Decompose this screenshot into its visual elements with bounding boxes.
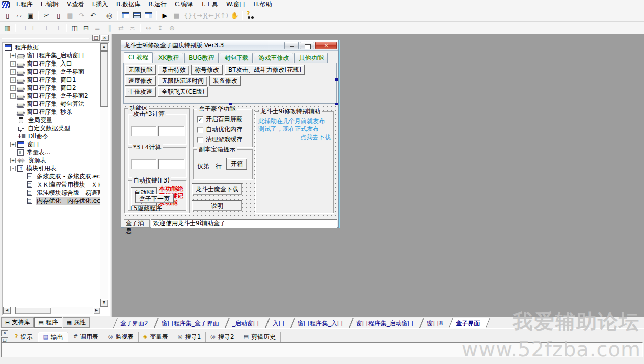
calc34-input-1[interactable] xyxy=(131,159,157,169)
menu-item[interactable]: V.查看 xyxy=(63,0,88,9)
output-tab[interactable]: ▤ 剪辑历史 xyxy=(239,332,281,342)
tree-item[interactable]: Dll命令 xyxy=(3,132,100,140)
scroll-left-icon[interactable]: ◀ xyxy=(3,307,11,314)
maximize-button[interactable] xyxy=(300,42,314,49)
output-tab[interactable]: ◎ 监视表 xyxy=(103,332,139,342)
attack-calc-input-1[interactable] xyxy=(131,126,157,136)
center-horizontal-icon[interactable]: ◫ xyxy=(69,23,80,33)
close-button[interactable]: ✕ xyxy=(315,42,337,49)
align-right-icon[interactable]: ⊢ xyxy=(29,23,41,33)
tree-item[interactable]: 窗口程序集_封包算法 xyxy=(3,100,100,108)
output-tab[interactable]: ◎ 搜寻1 xyxy=(173,332,206,342)
feature-button[interactable]: BT攻击、战斗力修改[花瓶] xyxy=(225,65,305,75)
panel-close-icon[interactable]: × xyxy=(101,35,109,41)
output-close-icon[interactable]: × xyxy=(1,330,8,336)
output-tab[interactable]: ◈ 变量表 xyxy=(139,332,173,342)
tree-horizontal-scrollbar[interactable]: ◀ ▶ xyxy=(3,307,100,314)
document-tab[interactable]: 窗口程序集_入口 xyxy=(292,317,352,328)
make-same-gap-icon[interactable]: ⇄ xyxy=(115,23,127,33)
find-icon[interactable]: ◎ xyxy=(103,10,115,21)
deluxe-checkbox-row[interactable]: 自动优化内存 xyxy=(197,126,251,133)
checkbox[interactable] xyxy=(197,127,203,133)
feature-button[interactable]: 装备修改 xyxy=(209,76,241,86)
tree-item[interactable]: 自定义数据类型 xyxy=(3,124,100,132)
tree-expander[interactable]: + xyxy=(10,53,16,58)
space-vertical-icon[interactable]: ∥ xyxy=(103,23,115,33)
align-top-icon[interactable]: ⊤ xyxy=(41,23,52,33)
form-tab[interactable]: 游戏王修改 xyxy=(254,53,293,63)
tree-item[interactable]: 多炫皮肤 - 多炫皮肤.ec xyxy=(3,172,100,180)
tree-item[interactable]: + 窗口 xyxy=(3,140,100,148)
output-tab[interactable]: # 调用表 xyxy=(69,332,103,342)
tree-item[interactable]: + 资源表 xyxy=(3,156,100,164)
menu-item[interactable]: T.工具 xyxy=(197,0,222,9)
stop-icon[interactable]: ■ xyxy=(171,10,182,21)
feature-button[interactable]: 十倍攻速 xyxy=(125,87,156,97)
output-content[interactable] xyxy=(1,342,643,357)
form-grid-icon[interactable]: ▦ xyxy=(2,23,13,33)
middle-icon[interactable]: ≍ xyxy=(127,23,138,33)
step-over-icon[interactable]: {→} xyxy=(194,10,205,21)
feature-button[interactable]: 暴击特效 xyxy=(158,65,189,75)
same-size-icon[interactable]: ⊕ xyxy=(166,23,178,33)
tree-expander[interactable]: + xyxy=(10,85,16,91)
new-icon[interactable]: ▯ xyxy=(2,10,13,21)
checkbox[interactable] xyxy=(197,137,203,143)
tree-item[interactable]: 混沌模块综合版 - 易语言混 xyxy=(3,189,100,197)
help-button[interactable]: 说明 xyxy=(192,200,242,211)
tree-expander[interactable]: + xyxy=(10,93,16,99)
output-tab[interactable]: ◎ 搜寻2 xyxy=(206,332,239,342)
tree-item[interactable]: + 窗口程序集_窗口2 xyxy=(3,84,100,92)
tree-expander[interactable]: + xyxy=(10,77,16,83)
document-tab[interactable]: _启动窗口 xyxy=(226,317,269,328)
same-width-icon[interactable]: ↔ xyxy=(143,23,154,33)
panel-tab[interactable]: ▤ 程序 xyxy=(34,317,62,328)
form-tab[interactable]: XK教程 xyxy=(154,53,183,63)
selection-handle[interactable] xyxy=(335,103,338,105)
tree-item[interactable]: + 窗口程序集_盒子界面2 xyxy=(3,92,100,100)
scrollbar-thumb[interactable] xyxy=(15,307,51,314)
scroll-right-icon[interactable]: ▶ xyxy=(93,307,100,314)
tree-item[interactable]: + 窗口程序集_盒子界面 xyxy=(3,68,100,76)
designed-form-window[interactable]: 龙斗士9i修改盒子国庆特别版 Ver3.3 ✕ CE教程XK教程BUG教程封包下… xyxy=(121,40,339,228)
form-tab[interactable]: CE教程 xyxy=(124,52,153,63)
selection-handle[interactable] xyxy=(335,78,338,81)
panel-tab[interactable]: ⊟ 支持库 xyxy=(1,317,34,328)
menu-item[interactable]: B.数据库 xyxy=(112,0,144,9)
tree-item[interactable]: 全局变量 xyxy=(3,116,100,124)
copy-icon[interactable]: ▯ xyxy=(52,10,64,21)
document-tab[interactable]: 窗口程序集_盒子界面 xyxy=(155,317,228,328)
form-tab[interactable]: 封包下载 xyxy=(220,53,253,63)
feature-button[interactable]: 无限技能 xyxy=(125,65,156,75)
menu-item[interactable]: C.编译 xyxy=(171,0,197,9)
tree-item[interactable]: 常量表... xyxy=(3,148,100,156)
document-tab[interactable]: 入口 xyxy=(266,317,294,328)
feature-button[interactable]: 无限防沉迷时间 xyxy=(158,76,207,86)
deluxe-checkbox-row[interactable]: 开启百田屏蔽 xyxy=(197,115,251,123)
feature-button[interactable]: 全职飞天(CE版) xyxy=(158,87,208,97)
menu-item[interactable]: E.编辑 xyxy=(37,0,63,9)
tree-item[interactable]: + 窗口程序集_入口 xyxy=(3,59,100,68)
feature-button[interactable]: 速度修改 xyxy=(125,76,156,86)
deluxe-checkbox-row[interactable]: 清理游戏缓存 xyxy=(197,136,251,143)
form-tab[interactable]: BUG教程 xyxy=(184,53,219,63)
document-tab[interactable]: 窗口8 xyxy=(421,317,452,328)
checkbox[interactable] xyxy=(197,116,203,123)
form-tab[interactable]: 其他功能 xyxy=(294,53,328,63)
run-to-cursor-icon[interactable]: (↑) xyxy=(217,10,229,21)
document-tab[interactable]: 盒子界面 xyxy=(450,317,489,328)
align-left-icon[interactable]: ⊣ xyxy=(18,23,29,33)
align-bottom-icon[interactable]: ⊥ xyxy=(52,23,64,33)
tree-item[interactable]: 窗口程序集_秒杀 xyxy=(3,108,100,116)
output-tab[interactable]: ▤ 输出 xyxy=(38,332,68,342)
tree-item[interactable]: 内存优化 - 内存优化.ec xyxy=(3,197,100,205)
selection-handle[interactable] xyxy=(229,103,232,105)
panel-grip[interactable] xyxy=(2,38,89,39)
attack-calc-input-2[interactable] xyxy=(158,126,185,136)
open-icon[interactable]: ▱ xyxy=(13,10,25,21)
form-title-bar[interactable]: 龙斗士9i修改盒子国庆特别版 Ver3.3 ✕ xyxy=(121,40,338,51)
tree-expander[interactable]: + xyxy=(10,61,16,67)
box-message-edit[interactable]: 欢迎使用龙斗士9i辅助盒子 xyxy=(151,219,337,228)
step-out-icon[interactable]: {←} xyxy=(205,10,217,21)
pause-icon[interactable]: ✋ xyxy=(229,10,240,21)
